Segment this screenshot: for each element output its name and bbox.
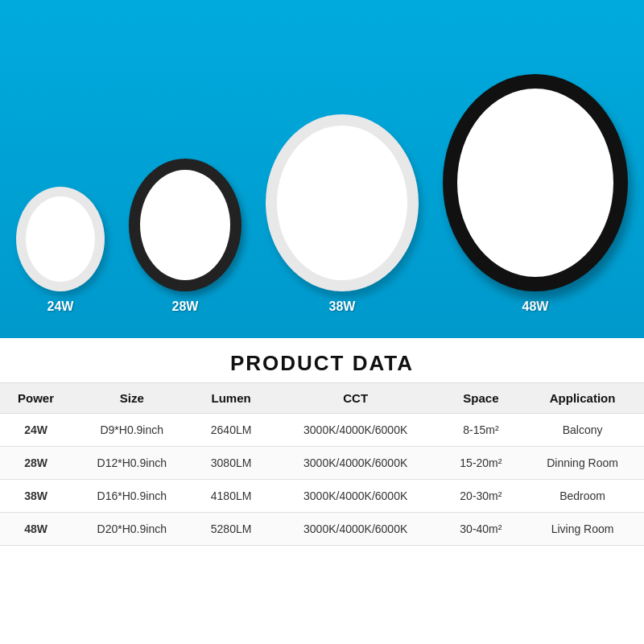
- col-header-size: Size: [72, 383, 192, 414]
- table-row: 38W D16*H0.9inch 4180LM 3000K/4000K/6000…: [0, 480, 644, 513]
- table-row: 24W D9*H0.9inch 2640LM 3000K/4000K/6000K…: [0, 414, 644, 447]
- product-data-title: PRODUCT DATA: [0, 338, 644, 382]
- light-item-48w: 48W: [443, 74, 628, 314]
- col-header-lumen: Lumen: [192, 383, 270, 414]
- cell-size-2: D16*H0.9inch: [72, 480, 192, 513]
- cell-space-1: 15-20m²: [441, 447, 521, 480]
- cell-size-0: D9*H0.9inch: [72, 414, 192, 447]
- col-header-power: Power: [0, 383, 72, 414]
- cell-lumen-3: 5280LM: [192, 513, 270, 546]
- cell-cct-0: 3000K/4000K/6000K: [270, 414, 441, 447]
- light-item-28w: 28W: [129, 159, 242, 314]
- cell-application-2: Bedroom: [521, 480, 644, 513]
- table-row: 28W D12*H0.9inch 3080LM 3000K/4000K/6000…: [0, 447, 644, 480]
- cell-power-3: 48W: [0, 513, 72, 546]
- cell-size-1: D12*H0.9inch: [72, 447, 192, 480]
- cell-space-3: 30-40m²: [441, 513, 521, 546]
- data-section: PRODUCT DATA Power Size Lumen CCT Space …: [0, 338, 644, 644]
- cell-cct-1: 3000K/4000K/6000K: [270, 447, 441, 480]
- light-label-28w: 28W: [172, 299, 199, 314]
- cell-power-2: 38W: [0, 480, 72, 513]
- cell-space-0: 8-15m²: [441, 414, 521, 447]
- cell-space-2: 20-30m²: [441, 480, 521, 513]
- cell-lumen-2: 4180LM: [192, 480, 270, 513]
- cell-lumen-0: 2640LM: [192, 414, 270, 447]
- table-header-row: Power Size Lumen CCT Space Application: [0, 383, 644, 414]
- light-circle-48w: [443, 74, 628, 291]
- light-circle-24w: [16, 187, 105, 291]
- light-label-24w: 24W: [47, 299, 74, 314]
- light-label-48w: 48W: [522, 299, 549, 314]
- product-table: Power Size Lumen CCT Space Application 2…: [0, 382, 644, 546]
- cell-cct-3: 3000K/4000K/6000K: [270, 513, 441, 546]
- cell-power-1: 28W: [0, 447, 72, 480]
- col-header-cct: CCT: [270, 383, 441, 414]
- table-row: 48W D20*H0.9inch 5280LM 3000K/4000K/6000…: [0, 513, 644, 546]
- col-header-application: Application: [521, 383, 644, 414]
- col-header-space: Space: [441, 383, 521, 414]
- light-item-24w: 24W: [16, 187, 105, 314]
- light-circle-28w: [129, 159, 242, 291]
- cell-size-3: D20*H0.9inch: [72, 513, 192, 546]
- cell-application-1: Dinning Room: [521, 447, 644, 480]
- light-label-38w: 38W: [329, 299, 356, 314]
- light-item-38w: 38W: [266, 114, 419, 314]
- cell-power-0: 24W: [0, 414, 72, 447]
- light-circle-38w: [266, 114, 419, 291]
- cell-lumen-1: 3080LM: [192, 447, 270, 480]
- cell-application-0: Balcony: [521, 414, 644, 447]
- cell-application-3: Living Room: [521, 513, 644, 546]
- products-section: 24W 28W 38W 48W: [0, 0, 644, 338]
- cell-cct-2: 3000K/4000K/6000K: [270, 480, 441, 513]
